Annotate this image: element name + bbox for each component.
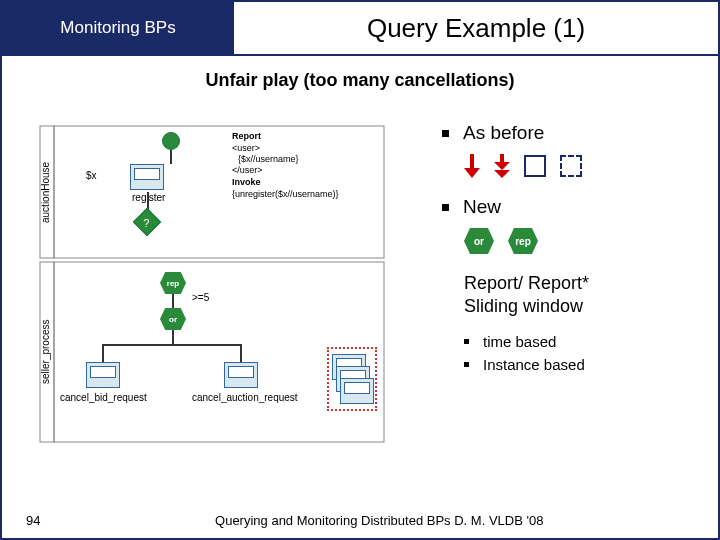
bullet-as-before: As before	[442, 122, 712, 144]
sub-bullets: time based Instance based	[464, 333, 712, 373]
instance-based-label: Instance based	[483, 356, 585, 373]
connector	[172, 330, 174, 344]
connector	[170, 150, 172, 164]
invoke-l1: {unregister($x//username)}	[232, 190, 339, 200]
bullet-square-icon	[464, 362, 469, 367]
dashed-square-icon	[560, 155, 582, 177]
double-arrow-down-icon	[494, 154, 510, 178]
square-outline-icon	[524, 155, 546, 177]
report-block: Report/ Report* Sliding window	[464, 272, 712, 319]
right-column: As before New or rep Report/ Report* Sli…	[442, 122, 712, 379]
header-left: Monitoring BPs	[2, 2, 234, 54]
connector	[102, 344, 242, 346]
diagram-overlay: auctionHouse seller_process $x register …	[32, 122, 392, 452]
report-l1: <user>	[232, 144, 260, 154]
rep-hex-icon: rep	[508, 228, 538, 254]
new-icons: or rep	[464, 228, 712, 254]
connector	[240, 344, 242, 362]
time-based-label: time based	[483, 333, 556, 350]
register-msg-icon	[130, 164, 164, 190]
start-node-icon	[162, 132, 180, 150]
slide: Monitoring BPs Query Example (1) Unfair …	[0, 0, 720, 540]
bullet-square-icon	[442, 130, 449, 137]
bullet-square-icon	[464, 339, 469, 344]
decision-node-icon: ?	[133, 208, 161, 236]
connector	[172, 294, 174, 308]
lane1-label: auctionHouse	[40, 130, 51, 254]
bullet-new: New	[442, 196, 712, 218]
as-before-icons	[464, 154, 712, 178]
subtitle: Unfair play (too many cancellations)	[2, 70, 718, 91]
report-l2: {$x//username}	[238, 155, 299, 165]
or-node-icon: or	[160, 308, 186, 330]
new-label: New	[463, 196, 501, 218]
or-hex-icon: or	[464, 228, 494, 254]
report-line1: Report/ Report*	[464, 272, 712, 295]
threshold-label: >=5	[192, 292, 209, 304]
as-before-label: As before	[463, 122, 544, 144]
report-heading: Report	[232, 132, 261, 142]
cancel-bid-msg-icon	[86, 362, 120, 388]
sliding-window-box-icon	[327, 347, 377, 411]
footer-text: Querying and Monitoring Distributed BPs …	[40, 513, 718, 528]
cancel-auction-label: cancel_auction_request	[192, 392, 298, 404]
content: auctionHouse seller_process $x register …	[32, 122, 688, 508]
footer: 94 Querying and Monitoring Distributed B…	[2, 513, 718, 528]
page-number: 94	[26, 513, 40, 528]
cancel-auction-msg-icon	[224, 362, 258, 388]
connector	[102, 344, 104, 362]
bullet-square-icon	[442, 204, 449, 211]
cancel-bid-label: cancel_bid_request	[60, 392, 147, 404]
var-x-label: $x	[86, 170, 97, 182]
lane2-label: seller_process	[40, 266, 51, 438]
arrow-down-icon	[464, 154, 480, 178]
sub-bullet-time: time based	[464, 333, 712, 350]
report-line2: Sliding window	[464, 295, 712, 318]
report-l3: </user>	[232, 166, 263, 176]
sub-bullet-instance: Instance based	[464, 356, 712, 373]
invoke-heading: Invoke	[232, 178, 261, 188]
header: Monitoring BPs Query Example (1)	[2, 2, 718, 56]
rep-node-icon: rep	[160, 272, 186, 294]
slide-title: Query Example (1)	[234, 2, 718, 54]
